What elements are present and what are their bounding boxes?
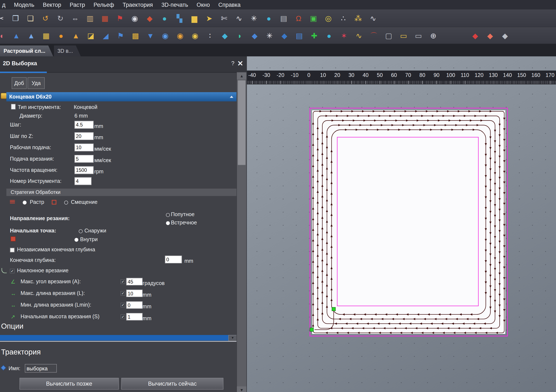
leaf-teal-icon[interactable]: ◗	[235, 31, 245, 41]
ramp-angle-input[interactable]	[126, 278, 143, 285]
ball-teal-icon[interactable]: ●	[264, 14, 274, 23]
independent-depth-checkbox[interactable]	[10, 248, 15, 252]
weave2-icon[interactable]: ▩	[131, 31, 140, 41]
menu-item-window[interactable]: Окно	[197, 2, 210, 8]
ball-teal2-icon[interactable]: ●	[324, 31, 334, 41]
plane-blue-icon[interactable]: ◆	[250, 31, 260, 41]
knob-orange-icon[interactable]: ◉	[175, 31, 185, 41]
stack-icon[interactable]: ▤	[279, 14, 289, 23]
panels-icon[interactable]: ▥	[85, 14, 95, 23]
close-icon[interactable]: ✕	[237, 59, 243, 68]
folder-arrow-icon[interactable]: ◪	[86, 31, 96, 41]
dots-column-icon[interactable]: ∶	[205, 31, 215, 41]
clamp-red-icon[interactable]: ⌒	[369, 31, 379, 41]
circle-rect-icon[interactable]: ▭	[399, 31, 409, 41]
flag-blue-icon[interactable]: ⚑	[116, 31, 125, 41]
folder-icon[interactable]: ▆	[189, 14, 199, 23]
calculate-later-button[interactable]: Вычислить позже	[20, 378, 119, 389]
ramp-row-checkbox[interactable]	[121, 279, 125, 284]
offset-radio[interactable]	[64, 201, 68, 205]
lamp-icon[interactable]: ◎	[324, 14, 333, 23]
pyramid-blue2-icon[interactable]: ▲	[26, 31, 36, 41]
star-white-icon[interactable]: ✳	[264, 31, 275, 41]
move-box-icon[interactable]: ⊕	[428, 31, 438, 41]
tab-raster-layer[interactable]: Растровый сл...	[0, 45, 53, 56]
sphere-blue-icon[interactable]: ◉	[160, 31, 170, 41]
starburst-icon[interactable]: ✳	[249, 14, 259, 23]
menu-item-model[interactable]: Модель	[14, 2, 34, 8]
pyramid-orange-icon[interactable]: ▲	[71, 31, 81, 41]
dots-icon[interactable]: ∴	[338, 14, 348, 23]
ramp-row-checkbox[interactable]	[121, 315, 125, 319]
grid-icon[interactable]: ▦	[100, 14, 110, 23]
panel-scrollbar[interactable]: ▲ ▼	[237, 72, 247, 392]
omega-icon[interactable]: Ω	[293, 14, 303, 23]
add-tool-button[interactable]: Доб	[12, 77, 26, 89]
outside-radio[interactable]	[79, 229, 83, 233]
calculate-now-button[interactable]: Вычислить сейчас	[121, 378, 224, 389]
weave-icon[interactable]: ▦	[41, 31, 51, 41]
tool-header[interactable]: Концевая D6x20	[6, 92, 237, 101]
help-button[interactable]: ?	[231, 60, 234, 67]
curve-node-icon[interactable]: ∿	[234, 14, 244, 23]
scroll-down-icon[interactable]: ▼	[237, 386, 246, 392]
circle-nodes-icon[interactable]: ◉	[130, 14, 140, 23]
trajectory-name-input[interactable]	[25, 364, 57, 372]
scissors-icon[interactable]: ✂	[0, 14, 6, 23]
scroll-up-icon[interactable]: ▲	[237, 72, 246, 79]
wedge-blue-icon[interactable]: ◢	[101, 31, 111, 41]
drawing-canvas[interactable]: -40-30-20-100102030405060708090100110120…	[247, 56, 556, 392]
layers-blue-icon[interactable]: ▤	[294, 31, 304, 41]
half-sphere-icon[interactable]: ◖	[0, 31, 6, 41]
menu-item-toolpath[interactable]: Траектория	[123, 2, 153, 8]
conventional-radio[interactable]	[166, 221, 170, 225]
undo-icon[interactable]: ↺	[40, 14, 50, 23]
menu-item-relief[interactable]: Рельеф	[93, 2, 114, 8]
step-input[interactable]	[74, 121, 93, 129]
pyramid-blue-icon[interactable]: ▲	[11, 31, 21, 41]
ramp-maxlen-input[interactable]	[126, 290, 143, 297]
shape-gray-icon[interactable]: ▭	[414, 31, 424, 41]
raster-radio[interactable]	[23, 201, 26, 205]
ramp-height-input[interactable]	[126, 313, 143, 320]
star-red-icon[interactable]: ✶	[339, 31, 349, 41]
climb-radio[interactable]	[166, 213, 170, 217]
menu-item-3dprint[interactable]: 3D-печать	[161, 2, 188, 8]
menu-item-raster[interactable]: Растр	[70, 2, 85, 8]
stepz-input[interactable]	[74, 132, 93, 140]
plane-blue2-icon[interactable]: ◆	[279, 31, 289, 41]
ramp-row-checkbox[interactable]	[121, 291, 125, 296]
chip-green-icon[interactable]: ▣	[309, 14, 318, 23]
pin-icon[interactable]: ⚑	[115, 14, 125, 23]
drop-orange-icon[interactable]: ●	[56, 31, 66, 41]
plane-down-icon[interactable]: ▼	[145, 31, 155, 41]
erase-diamond-icon[interactable]: ◆	[145, 14, 155, 23]
ramp-minlen-input[interactable]	[126, 301, 143, 309]
color-blocks-icon[interactable]: ▚	[174, 14, 185, 23]
menu-item-truncated[interactable]: д	[2, 2, 6, 8]
toolnum-input[interactable]	[74, 177, 91, 185]
paste-icon[interactable]: ❏	[25, 14, 35, 23]
feed-input[interactable]	[74, 144, 93, 152]
arrow-yellow-icon[interactable]: ➤	[204, 14, 214, 23]
collapse-icon[interactable]	[230, 96, 233, 98]
relief-salmon-icon[interactable]: ◆	[485, 31, 495, 41]
sphere-teal-icon[interactable]: ●	[160, 14, 170, 23]
measure-icon[interactable]: ⇔	[70, 14, 80, 23]
relief-red-icon[interactable]: ◆	[470, 31, 480, 41]
rpm-input[interactable]	[74, 166, 93, 174]
tab-3d-view[interactable]: 3D в...	[54, 45, 81, 56]
inside-radio[interactable]	[74, 238, 78, 242]
snip-nodes-icon[interactable]: ✄	[219, 14, 229, 23]
plus-green-icon[interactable]: ✚	[309, 31, 319, 41]
plunge-input[interactable]	[74, 155, 93, 163]
knob-yellow-icon[interactable]: ◉	[190, 31, 200, 41]
chevron-down-icon[interactable]: ▼	[228, 335, 237, 341]
menu-item-vector[interactable]: Вектор	[43, 2, 61, 8]
square-gray-icon[interactable]: ▢	[384, 31, 394, 41]
redo-icon[interactable]: ↻	[55, 14, 65, 23]
copy-icon[interactable]: ❐	[11, 14, 21, 23]
scrollbar-thumb[interactable]	[238, 80, 246, 165]
clipped-dropdown-row[interactable]: ▼	[0, 335, 237, 341]
node-graph-icon[interactable]: ∿	[368, 14, 378, 23]
